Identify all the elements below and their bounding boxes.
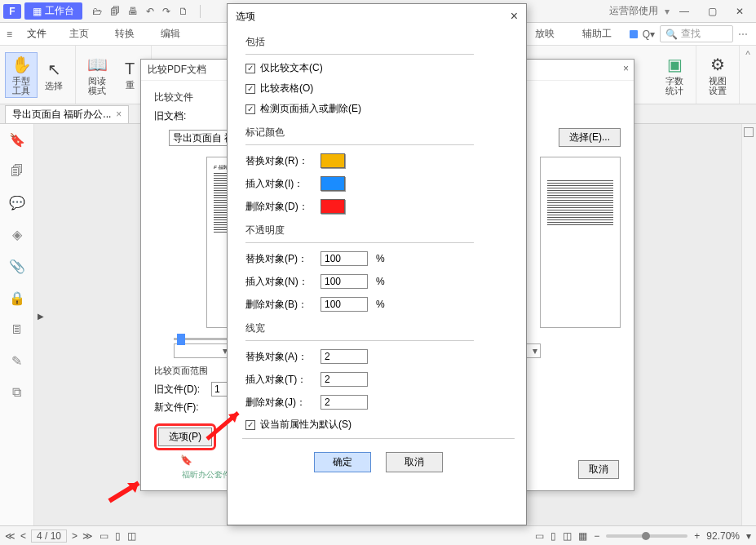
- collapse-ribbon-button[interactable]: ^: [740, 46, 756, 104]
- zoom-in-button[interactable]: +: [694, 530, 700, 542]
- compare-text-only-checkbox[interactable]: ✓ 仅比较文本(C): [245, 61, 511, 75]
- undo-icon[interactable]: ↶: [146, 6, 154, 17]
- left-sidebar: 🔖 🗐 💬 ◈ 📎 🔒 🗏 ✎ ⧉: [0, 124, 34, 525]
- page-indicator[interactable]: 4 / 10: [31, 529, 67, 543]
- replace-linewidth-input[interactable]: [321, 349, 368, 364]
- tab-home[interactable]: 主页: [58, 25, 100, 42]
- compare-text-only-label: 仅比较文本(C): [260, 61, 323, 75]
- tab-edit[interactable]: 编辑: [149, 25, 192, 42]
- first-page-button[interactable]: ≪: [5, 530, 15, 542]
- select-icon: ↖: [39, 60, 69, 79]
- prev-page-button[interactable]: <: [20, 530, 26, 542]
- layers-icon[interactable]: ◈: [12, 227, 22, 242]
- minimize-button[interactable]: —: [671, 2, 697, 21]
- zoom-level[interactable]: 92.70%: [706, 530, 740, 542]
- org-label: 运营部使用: [609, 4, 658, 18]
- next-page-button[interactable]: >: [72, 530, 77, 542]
- old-page-dropdown[interactable]: ▾: [174, 343, 231, 358]
- layout-continuous-icon[interactable]: ▯: [550, 530, 556, 542]
- percent-label: %: [376, 299, 385, 310]
- close-icon[interactable]: ×: [511, 9, 518, 24]
- view-mode-1-icon[interactable]: ▭: [99, 530, 108, 542]
- close-button[interactable]: ✕: [727, 2, 753, 21]
- bookmark-icon[interactable]: 🔖: [9, 132, 25, 148]
- zoom-slider[interactable]: [606, 534, 687, 538]
- layout-single-icon[interactable]: ▭: [535, 530, 544, 542]
- old-file-range-label: 旧文件(D):: [154, 383, 206, 397]
- pages-icon[interactable]: 🗐: [11, 164, 24, 179]
- replace-opacity-input[interactable]: [321, 251, 368, 266]
- detect-pages-label: 检测页面插入或删除(E): [260, 102, 361, 116]
- compare-tables-checkbox[interactable]: ✓ 比较表格(O): [245, 82, 511, 95]
- delete-opacity-input[interactable]: [321, 297, 368, 312]
- insert-color-swatch[interactable]: [321, 176, 345, 191]
- search-input[interactable]: 🔍 查找: [660, 25, 733, 42]
- expand-panel-icon[interactable]: ▶: [38, 312, 44, 321]
- ok-button[interactable]: 确定: [314, 452, 371, 472]
- layout-cover-icon[interactable]: ▦: [578, 530, 587, 542]
- linewidth-section-label: 线宽: [245, 320, 511, 335]
- more-icon[interactable]: ⋯: [738, 29, 748, 40]
- zoom-out-button[interactable]: −: [594, 530, 599, 542]
- articles-icon[interactable]: 🗏: [11, 322, 24, 337]
- signatures-icon[interactable]: ✎: [11, 353, 22, 369]
- open-icon[interactable]: 🗁: [92, 6, 102, 17]
- new-doc-icon[interactable]: 🗋: [179, 6, 188, 17]
- insert-linewidth-input[interactable]: [321, 372, 368, 387]
- options-button-highlight: 选项(P): [154, 423, 216, 450]
- book-icon: 📖: [82, 55, 112, 74]
- options-button[interactable]: 选项(P): [158, 428, 212, 446]
- print-icon[interactable]: 🖶: [128, 6, 138, 17]
- close-tab-icon[interactable]: ×: [116, 109, 122, 120]
- attachments-icon[interactable]: 📎: [9, 259, 25, 274]
- replace-linewidth-label: 替换对象(A)：: [245, 350, 312, 364]
- view-settings-button[interactable]: ⚙ 视图 设置: [701, 53, 734, 97]
- dropdown-icon[interactable]: ▾: [665, 6, 670, 17]
- comments-icon[interactable]: 💬: [9, 195, 25, 210]
- insert-opacity-input[interactable]: [321, 274, 368, 289]
- select-label: 选择: [39, 81, 69, 91]
- maximize-button[interactable]: ▢: [699, 2, 725, 21]
- tab-accessibility[interactable]: 辅助工: [571, 25, 623, 42]
- opacity-section-label: 不透明度: [245, 222, 511, 237]
- view-mode-2-icon[interactable]: ▯: [115, 530, 121, 542]
- ruler-toggle-icon[interactable]: [744, 127, 754, 137]
- right-scrollbar[interactable]: [741, 124, 756, 525]
- delete-color-swatch[interactable]: [321, 199, 345, 214]
- word-count-button[interactable]: ▣ 字数 统计: [658, 53, 691, 97]
- choose-file-button[interactable]: 选择(E)...: [559, 128, 621, 147]
- delete-linewidth-input[interactable]: [321, 395, 368, 410]
- detect-pages-checkbox[interactable]: ✓ 检测页面插入或删除(E): [245, 102, 511, 116]
- last-page-button[interactable]: ≫: [82, 530, 93, 542]
- save-icon[interactable]: 🗐: [110, 6, 120, 17]
- delete-opacity-label: 删除对象(B)：: [245, 298, 312, 312]
- view-settings-label: 视图 设置: [703, 76, 732, 95]
- workbench-button[interactable]: ▦ 工作台: [24, 2, 82, 20]
- select-tool-button[interactable]: ↖ 选择: [38, 58, 70, 92]
- compare-cancel-button[interactable]: 取消: [578, 460, 619, 479]
- redo-icon[interactable]: ↷: [162, 6, 170, 17]
- view-mode-3-icon[interactable]: ◫: [127, 530, 136, 542]
- set-default-checkbox[interactable]: ✓ 设当前属性为默认(S): [245, 418, 511, 432]
- zoom-dropdown-icon[interactable]: ▾: [746, 530, 751, 542]
- bookmark-small-icon: 🔖: [180, 454, 192, 466]
- replace-color-swatch[interactable]: [321, 153, 345, 168]
- tell-me-icon[interactable]: Q▾: [643, 29, 655, 40]
- replace-color-label: 替换对象(R)：: [245, 154, 312, 168]
- close-icon[interactable]: ×: [623, 63, 629, 74]
- layout-facing-icon[interactable]: ◫: [563, 530, 572, 542]
- document-tab[interactable]: 导出页面自 福昕办公... ×: [5, 105, 129, 123]
- hand-tool-button[interactable]: ✋ 手型 工具: [5, 52, 38, 98]
- checkbox-icon: ✓: [245, 84, 255, 94]
- grid-icon: ▦: [33, 6, 42, 17]
- compare-icon[interactable]: ⧉: [12, 385, 21, 400]
- file-menu[interactable]: 文件: [19, 25, 55, 42]
- menu-icon[interactable]: ≡: [7, 29, 12, 40]
- cancel-button[interactable]: 取消: [386, 452, 443, 472]
- security-icon[interactable]: 🔒: [9, 290, 25, 306]
- delete-linewidth-label: 删除对象(J)：: [245, 396, 312, 410]
- tab-convert[interactable]: 转换: [104, 25, 146, 42]
- read-mode-button[interactable]: 📖 阅读 模式: [81, 53, 113, 97]
- compare-title-label: 比较PDF文档: [148, 64, 206, 75]
- tab-play[interactable]: 放映: [524, 25, 566, 42]
